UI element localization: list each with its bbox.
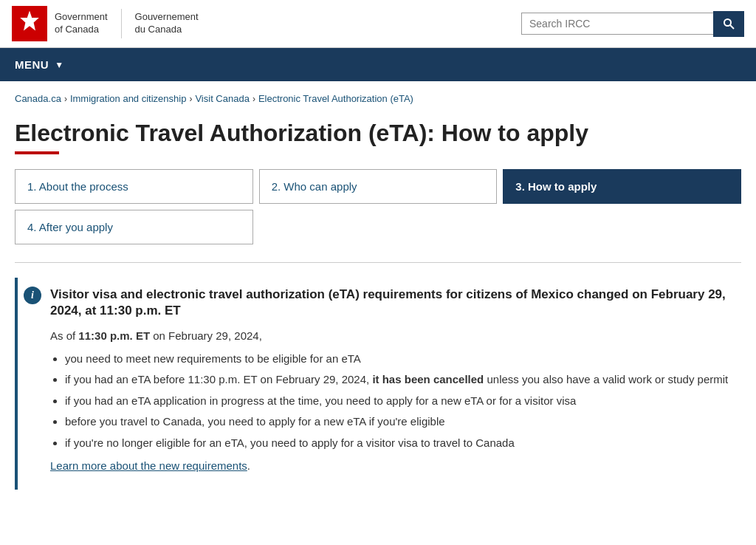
info-box: i Visitor visa and electronic travel aut… [15,278,741,490]
breadcrumb-item-immigration[interactable]: Immigration and citizenship [70,93,187,104]
info-icon: i [24,287,41,304]
search-button[interactable] [713,11,744,37]
breadcrumb-item-visit[interactable]: Visit Canada [195,93,249,104]
tab-placeholder-2 [259,210,498,244]
search-icon [723,18,735,30]
info-intro: As of 11:30 p.m. ET on February 29, 2024… [50,327,732,345]
breadcrumb: Canada.ca › Immigration and citizenship … [15,93,741,104]
link-suffix: . [247,459,250,472]
svg-line-3 [730,25,734,29]
step-tabs-row2: 4. After you apply [15,210,741,244]
bullet-4: before you travel to Canada, you need to… [65,414,732,431]
gov-name-text: Government of Canada [55,11,108,36]
info-link-line: Learn more about the new requirements. [50,457,732,475]
page-title: Electronic Travel Authorization (eTA): H… [15,119,741,147]
maple-leaf-icon [12,6,47,41]
tab-after-apply[interactable]: 4. After you apply [15,210,253,244]
step-tabs-row1: 1. About the process 2. Who can apply 3.… [15,169,741,204]
breadcrumb-item-canada[interactable]: Canada.ca [15,93,61,104]
info-body: As of 11:30 p.m. ET on February 29, 2024… [50,327,732,476]
main-content: Canada.ca › Immigration and citizenship … [0,81,756,513]
gov-fr-line2: du Canada [135,24,199,36]
section-divider [15,262,741,263]
search-area [521,11,744,37]
tab-placeholder-3 [503,210,741,244]
info-title: Visitor visa and electronic travel autho… [50,287,732,319]
site-header: Government of Canada Gouvernement du Can… [0,0,756,48]
gov-fr-line1: Gouvernement [135,11,199,24]
menu-label: MENU [15,58,49,71]
gov-fr-text: Gouvernement du Canada [135,11,199,36]
info-content: Visitor visa and electronic travel autho… [50,278,741,490]
gov-en-line1: Government [55,11,108,24]
tab-how-to-apply[interactable]: 3. How to apply [503,169,741,204]
header-divider [121,9,122,38]
tab-who-can-apply[interactable]: 2. Who can apply [259,169,498,204]
search-input[interactable] [521,13,713,35]
gov-en-line2: of Canada [55,24,108,36]
bullet-5: if you're no longer eligible for an eTA,… [65,435,732,452]
canada-logo: Government of Canada Gouvernement du Can… [12,6,199,41]
svg-point-2 [724,19,731,26]
info-bullets: you need to meet new requirements to be … [65,351,732,452]
main-nav: MENU ▼ [0,48,756,81]
breadcrumb-sep-1: › [64,94,67,104]
bullet-3: if you had an eTA application in progres… [65,393,732,410]
breadcrumb-sep-3: › [252,94,255,104]
bullet-1: you need to meet new requirements to be … [65,351,732,368]
info-icon-col: i [18,278,50,490]
bullet-2: if you had an eTA before 11:30 p.m. ET o… [65,371,732,388]
breadcrumb-item-eta[interactable]: Electronic Travel Authorization (eTA) [258,93,413,104]
header-left: Government of Canada Gouvernement du Can… [12,6,199,41]
menu-button[interactable]: MENU ▼ [0,48,79,81]
learn-more-link[interactable]: Learn more about the new requirements [50,459,247,472]
title-underline [15,151,59,154]
chevron-down-icon: ▼ [55,60,63,70]
tab-about-process[interactable]: 1. About the process [15,169,253,204]
breadcrumb-sep-2: › [189,94,192,104]
